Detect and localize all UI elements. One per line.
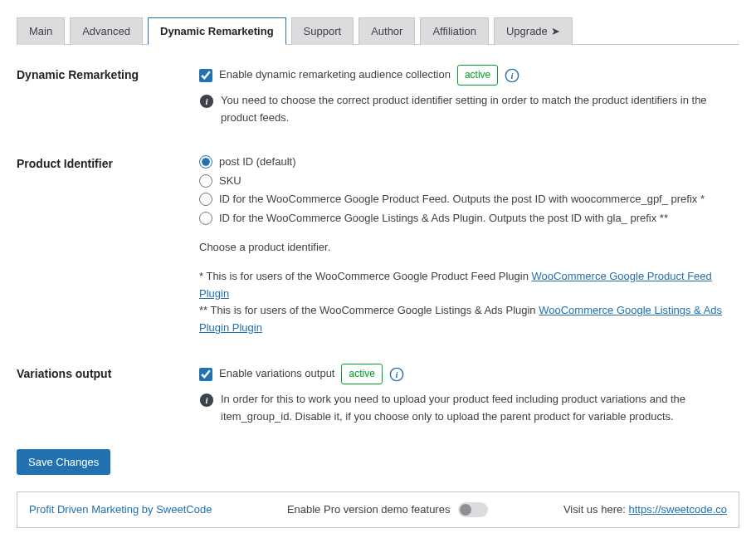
save-button[interactable]: Save Changes [17,449,110,475]
info-icon[interactable]: i [389,367,404,382]
svg-text:i: i [206,395,208,405]
info-icon: i [199,94,214,109]
badge-active-variations: active [341,364,382,384]
help-text-pid: Choose a product identifier. [199,239,739,257]
label-dynamic-remarketing: Dynamic Remarketing [17,65,199,127]
label-pro-demo: Enable Pro version demo features [287,503,451,516]
svg-text:i: i [511,70,514,80]
footer-bar: Profit Driven Marketing by SweetCode Ena… [17,491,739,528]
footer-visit-prefix: Visit us here: [563,503,629,516]
link-sweetcode-marketing[interactable]: Profit Driven Marketing by SweetCode [29,503,212,516]
radio-gpf[interactable] [199,193,212,206]
radio-label-gpf: ID for the WooCommerce Google Product Fe… [219,191,705,208]
checkbox-enable-dynamic-remarketing[interactable] [199,69,212,82]
label-variations: Variations output [17,364,199,426]
tab-bar: Main Advanced Dynamic Remarketing Suppor… [17,17,739,45]
link-sweetcode[interactable]: https://sweetcode.co [628,503,727,516]
section-variations: Variations output Enable variations outp… [17,344,739,433]
info-icon: i [199,393,214,408]
note-1: * This is for users of the WooCommerce G… [199,268,739,303]
tab-affiliation[interactable]: Affiliation [420,17,489,45]
info-text-variations: In order for this to work you need to up… [221,391,739,426]
tab-advanced[interactable]: Advanced [70,17,143,45]
section-dynamic-remarketing: Dynamic Remarketing Enable dynamic remar… [17,45,739,134]
checkbox-label-dynamic-remarketing: Enable dynamic remarketing audience coll… [219,66,451,84]
radio-label-gla: ID for the WooCommerce Google Listings &… [219,210,668,227]
arrow-right-icon: ➤ [551,25,560,37]
radio-post-id[interactable] [199,155,212,169]
radio-label-sku: SKU [219,173,241,190]
toggle-knob [460,504,471,516]
toggle-pro-demo[interactable] [458,502,488,517]
tab-dynamic-remarketing[interactable]: Dynamic Remarketing [148,17,286,45]
badge-active-dr: active [457,65,498,86]
section-product-identifier: Product Identifier post ID (default) SKU… [17,134,739,344]
svg-text:i: i [206,96,208,106]
info-text-dr: You need to choose the correct product i… [221,92,739,127]
radio-gla[interactable] [199,212,212,225]
checkbox-enable-variations[interactable] [199,368,212,381]
radio-label-post-id: post ID (default) [219,154,296,171]
tab-author[interactable]: Author [358,17,415,45]
tab-upgrade[interactable]: Upgrade➤ [494,17,573,45]
note-2: ** This is for users of the WooCommerce … [199,302,739,337]
radio-sku[interactable] [199,174,212,188]
checkbox-label-variations: Enable variations output [219,365,334,383]
svg-text:i: i [395,369,398,379]
tab-main[interactable]: Main [17,17,65,45]
label-product-identifier: Product Identifier [17,154,199,337]
info-icon[interactable]: i [505,68,519,83]
tab-support[interactable]: Support [291,17,354,45]
